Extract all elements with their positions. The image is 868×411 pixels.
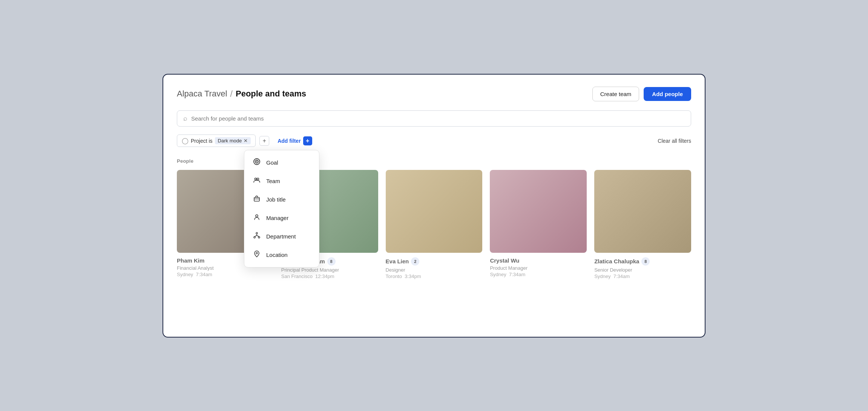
project-filter-tag[interactable]: ◯ Project is Dark mode ✕: [177, 134, 256, 147]
add-filter-plus-icon: +: [303, 136, 312, 145]
person-avatar: [594, 170, 691, 253]
person-role: Financial Analyst: [177, 265, 214, 271]
person-role: Product Manager: [490, 265, 528, 271]
svg-line-13: [257, 235, 259, 237]
dropdown-department-label: Department: [266, 233, 296, 240]
person-location: Toronto 3:34pm: [386, 273, 421, 279]
person-badge: 2: [411, 257, 419, 266]
person-badge: 8: [327, 257, 336, 266]
filter-project-icon: ◯: [182, 137, 189, 144]
add-people-button[interactable]: Add people: [644, 87, 691, 101]
search-icon: ⌕: [183, 115, 187, 122]
svg-point-10: [258, 237, 260, 238]
person-name: Pham Kim: [177, 257, 204, 264]
dropdown-item-manager[interactable]: Manager: [244, 209, 319, 227]
filter-add-icon-button[interactable]: +: [259, 136, 269, 146]
person-card-crystal-wu[interactable]: Crystal Wu Product Manager Sydney 7:34am: [490, 170, 587, 279]
add-filter-button[interactable]: Add filter +: [273, 134, 316, 148]
person-name: Zlatica Chalupka8: [594, 257, 650, 266]
department-icon: [253, 232, 261, 241]
svg-line-12: [255, 235, 257, 237]
svg-rect-5: [254, 197, 259, 201]
person-avatar: [490, 170, 587, 253]
person-name: Eva Lien2: [386, 257, 420, 266]
location-icon: [253, 250, 261, 260]
svg-point-14: [256, 252, 258, 254]
dropdown-item-goal[interactable]: Goal: [244, 153, 319, 172]
manager-icon: [253, 213, 261, 223]
dropdown-item-job-title[interactable]: Job title: [244, 190, 319, 209]
main-window: Alpaca Travel / People and teams Create …: [163, 74, 705, 338]
team-icon: [253, 176, 261, 186]
clear-all-filters-button[interactable]: Clear all filters: [658, 138, 691, 144]
person-location: Sydney 7:34am: [490, 272, 525, 277]
filter-value-tag: Dark mode ✕: [215, 137, 251, 144]
create-team-button[interactable]: Create team: [592, 87, 639, 101]
svg-point-7: [256, 215, 258, 217]
filter-dropdown-menu: Goal Team: [244, 150, 319, 267]
person-location: Sydney 7:34am: [177, 272, 212, 277]
svg-point-9: [254, 237, 255, 238]
dropdown-goal-label: Goal: [266, 159, 278, 166]
goal-icon: [253, 158, 261, 167]
person-role: Senior Developer: [594, 267, 632, 273]
breadcrumb-separator: /: [230, 89, 233, 99]
svg-point-4: [257, 178, 259, 180]
person-role: Principal Product Manager: [281, 267, 339, 273]
person-role: Designer: [386, 267, 405, 273]
org-name: Alpaca Travel: [177, 89, 227, 99]
person-location: Sydney 7:34am: [594, 273, 630, 279]
person-avatar: [386, 170, 483, 253]
person-card-eva-lien[interactable]: Eva Lien2 Designer Toronto 3:34pm: [386, 170, 483, 279]
add-filter-label: Add filter: [278, 138, 301, 144]
remove-filter-button[interactable]: ✕: [244, 138, 248, 144]
search-bar: ⌕: [177, 110, 691, 127]
person-name: Crystal Wu: [490, 257, 519, 264]
svg-point-3: [255, 178, 257, 180]
job-title-icon: [253, 195, 261, 204]
dropdown-item-department[interactable]: Department: [244, 227, 319, 246]
dropdown-job-title-label: Job title: [266, 196, 286, 203]
svg-point-8: [256, 232, 258, 234]
svg-point-2: [256, 161, 258, 162]
header-title: Alpaca Travel / People and teams: [177, 89, 306, 99]
dropdown-item-location[interactable]: Location: [244, 246, 319, 264]
dropdown-team-label: Team: [266, 178, 280, 184]
dropdown-item-team[interactable]: Team: [244, 172, 319, 190]
header-actions: Create team Add people: [592, 87, 691, 101]
person-location: San Francisco 12:34pm: [281, 273, 334, 279]
project-is-label: Project is: [191, 138, 213, 144]
dropdown-manager-label: Manager: [266, 215, 288, 221]
person-card-zlatica-chalupka[interactable]: Zlatica Chalupka8 Senior Developer Sydne…: [594, 170, 691, 279]
search-input[interactable]: [191, 115, 685, 122]
person-badge: 8: [641, 257, 650, 266]
page-title: People and teams: [236, 89, 306, 99]
filter-row: ◯ Project is Dark mode ✕ + Add filter + …: [177, 134, 691, 148]
filter-value-text: Dark mode: [218, 138, 242, 144]
header: Alpaca Travel / People and teams Create …: [177, 87, 691, 101]
dropdown-location-label: Location: [266, 252, 288, 258]
